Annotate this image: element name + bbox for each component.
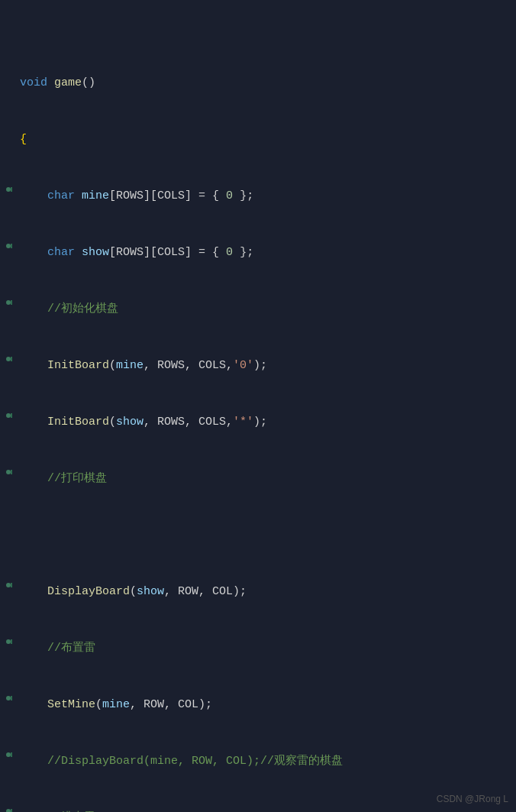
code-line: //排查雷 bbox=[0, 808, 516, 812]
code-line: SetMine(mine, ROW, COL); bbox=[0, 695, 516, 715]
code-line: //初始化棋盘 bbox=[0, 299, 516, 319]
code-line: { bbox=[0, 130, 516, 150]
code-line: void game() bbox=[0, 73, 516, 93]
code-line: DisplayBoard(show, ROW, COL); bbox=[0, 582, 516, 602]
gutter bbox=[0, 752, 12, 757]
gutter bbox=[0, 244, 12, 248]
gutter bbox=[0, 583, 12, 587]
watermark: CSDN @JRong L bbox=[437, 794, 508, 804]
code-line: //DisplayBoard(mine, ROW, COL);//观察雷的棋盘 bbox=[0, 752, 516, 772]
gutter bbox=[0, 809, 12, 812]
gutter bbox=[0, 187, 12, 192]
gutter bbox=[0, 639, 12, 644]
gutter bbox=[0, 300, 12, 305]
code-line: char mine[ROWS][COLS] = { 0 }; bbox=[0, 186, 516, 206]
gutter bbox=[0, 413, 12, 418]
gutter bbox=[0, 357, 12, 361]
code-editor: void game() { char mine[ROWS][COLS] = { … bbox=[0, 0, 516, 812]
gutter bbox=[0, 696, 12, 700]
code-line: char show[ROWS][COLS] = { 0 }; bbox=[0, 243, 516, 263]
code-line: InitBoard(mine, ROWS, COLS,'0'); bbox=[0, 356, 516, 376]
code-line: InitBoard(show, ROWS, COLS,'*'); bbox=[0, 412, 516, 432]
code-line: //布置雷 bbox=[0, 639, 516, 658]
code-line bbox=[0, 526, 516, 545]
code-line: //打印棋盘 bbox=[0, 469, 516, 489]
gutter bbox=[0, 470, 12, 474]
